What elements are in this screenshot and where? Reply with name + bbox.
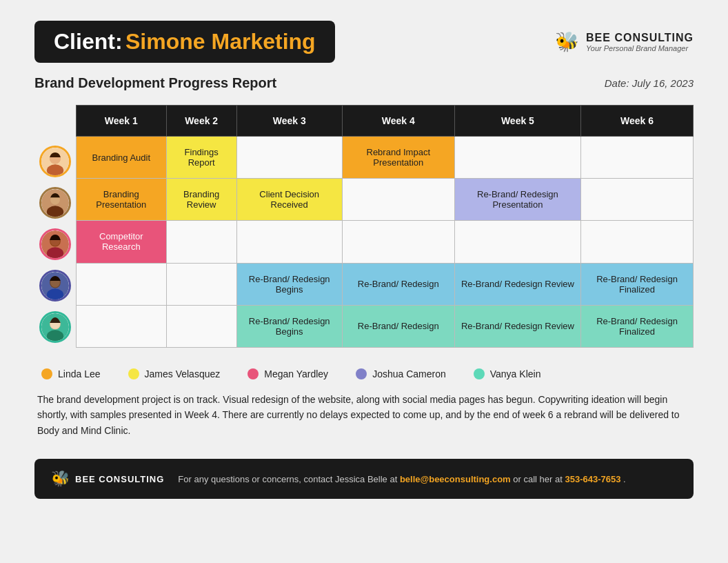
- legend-item: Joshua Cameron: [356, 368, 446, 379]
- table-cell: Findings Report: [166, 137, 236, 179]
- avatar: [39, 228, 71, 260]
- table-cell: Re-Brand/ Redesign: [342, 305, 454, 347]
- table-cell: Re-Brand/ Redesign Presentation: [454, 179, 580, 221]
- table-cell: [581, 179, 694, 221]
- report-title: Brand Development Progress Report: [34, 75, 276, 91]
- table-cell: [77, 305, 167, 347]
- table-header-cell: Week 1: [77, 106, 167, 137]
- footer: 🐝 BEE CONSULTING For any questions or co…: [34, 459, 694, 499]
- table-cell: Re-Brand/ Redesign Finalized: [581, 263, 694, 305]
- avatar-cell: [34, 182, 76, 224]
- tagline: Your Personal Brand Manager: [586, 44, 694, 52]
- table-header-cell: Week 3: [236, 106, 342, 137]
- client-name: Simone Marketing: [125, 29, 316, 54]
- table-cell: Branding Audit: [77, 137, 167, 179]
- footer-phone[interactable]: 353-643-7653: [565, 474, 620, 484]
- footer-email[interactable]: belle@beeconsulting.com: [400, 474, 511, 484]
- legend-dot: [128, 368, 139, 379]
- legend-label: Linda Lee: [58, 368, 101, 379]
- table-cell: [454, 221, 580, 263]
- legend-label: Megan Yardley: [264, 368, 328, 379]
- table-cell: Branding Presentation: [77, 179, 167, 221]
- page-header: Client: Simone Marketing 🐝 BEE CONSULTIN…: [34, 21, 694, 63]
- table-cell: Branding Review: [166, 179, 236, 221]
- table-row: Branding PresentationBranding ReviewClie…: [77, 179, 694, 221]
- table-row: Re-Brand/ Redesign BeginsRe-Brand/ Redes…: [77, 305, 694, 347]
- footer-or-call: or call her at: [513, 474, 563, 484]
- footer-period: .: [623, 474, 626, 484]
- legend-dot: [474, 368, 485, 379]
- avatar: [39, 187, 71, 219]
- table-cell: [166, 263, 236, 305]
- table-header-cell: Week 6: [581, 106, 694, 137]
- description-text: The brand development project is on trac…: [34, 392, 694, 438]
- table-cell: Re-Brand/ Redesign Begins: [236, 263, 342, 305]
- legend-label: Vanya Klein: [490, 368, 541, 379]
- footer-bee-icon: 🐝: [51, 470, 70, 488]
- table-cell: [342, 221, 454, 263]
- table-cell: [342, 179, 454, 221]
- legend: Linda LeeJames VelasquezMegan YardleyJos…: [34, 368, 694, 379]
- legend-label: Joshua Cameron: [372, 368, 446, 379]
- table-cell: [581, 137, 694, 179]
- table-cell: Re-Brand/ Redesign: [342, 263, 454, 305]
- legend-dot: [356, 368, 367, 379]
- table-cell: [166, 305, 236, 347]
- avatar: [39, 270, 71, 302]
- table-cell: Re-Brand/ Redesign Review: [454, 263, 580, 305]
- bee-icon: 🐝: [555, 30, 579, 53]
- company-name: BEE CONSULTING: [586, 32, 694, 44]
- legend-item: Linda Lee: [41, 368, 101, 379]
- avatar: [39, 146, 71, 177]
- footer-contact: For any questions or concerns, contact J…: [178, 474, 625, 484]
- legend-dot: [247, 368, 259, 379]
- avatar-cell: [34, 265, 76, 306]
- table-header-cell: Week 4: [342, 106, 454, 137]
- avatar: [39, 311, 71, 343]
- avatar-cell: [34, 224, 76, 265]
- table-cell: Rebrand Impact Presentation: [342, 137, 454, 179]
- table-cell: [236, 137, 342, 179]
- footer-logo: 🐝 BEE CONSULTING: [51, 470, 164, 488]
- client-label: Client:: [54, 29, 123, 54]
- progress-table: Week 1Week 2Week 3Week 4Week 5Week 6 Bra…: [76, 105, 694, 348]
- logo-area: 🐝 BEE CONSULTING Your Personal Brand Man…: [555, 30, 694, 53]
- footer-contact-text: For any questions or concerns, contact J…: [178, 474, 397, 484]
- table-header-cell: Week 5: [454, 106, 580, 137]
- table-cell: [454, 137, 580, 179]
- table-container: Week 1Week 2Week 3Week 4Week 5Week 6 Bra…: [34, 105, 694, 348]
- table-cell: [166, 221, 236, 263]
- table-cell: Re-Brand/ Redesign Begins: [236, 305, 342, 347]
- table-cell: [581, 221, 694, 263]
- table-cell: [236, 221, 342, 263]
- logo-text: BEE CONSULTING Your Personal Brand Manag…: [586, 32, 694, 52]
- client-title-box: Client: Simone Marketing: [34, 21, 335, 63]
- table-row: Competitor Research: [77, 221, 694, 263]
- footer-company-name: BEE CONSULTING: [75, 474, 164, 484]
- table-cell: Re-Brand/ Redesign Finalized: [581, 305, 694, 347]
- report-date: Date: July 16, 2023: [605, 77, 694, 89]
- table-header-row: Week 1Week 2Week 3Week 4Week 5Week 6: [77, 106, 694, 137]
- sub-header: Brand Development Progress Report Date: …: [34, 75, 694, 91]
- avatar-cell: [34, 141, 76, 182]
- avatar-cell: [34, 306, 76, 348]
- table-header-cell: Week 2: [166, 106, 236, 137]
- table-cell: Competitor Research: [77, 221, 167, 263]
- legend-item: Vanya Klein: [474, 368, 541, 379]
- legend-dot: [41, 368, 52, 379]
- table-row: Branding AuditFindings ReportRebrand Imp…: [77, 137, 694, 179]
- table-cell: Client Decision Received: [236, 179, 342, 221]
- legend-item: Megan Yardley: [247, 368, 328, 379]
- table-cell: [77, 263, 167, 305]
- table-row: Re-Brand/ Redesign BeginsRe-Brand/ Redes…: [77, 263, 694, 305]
- table-cell: Re-Brand/ Redesign Review: [454, 305, 580, 347]
- legend-item: James Velasquez: [128, 368, 221, 379]
- avatar-column: [34, 105, 76, 348]
- legend-label: James Velasquez: [145, 368, 221, 379]
